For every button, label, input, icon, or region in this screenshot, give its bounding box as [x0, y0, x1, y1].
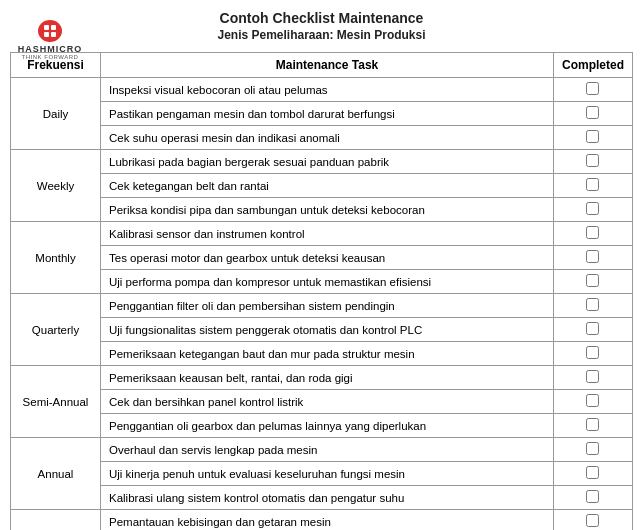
task-cell: Cek suhu operasi mesin dan indikasi anom…: [101, 126, 554, 150]
task-cell: Tes operasi motor dan gearbox untuk dete…: [101, 246, 554, 270]
task-checkbox[interactable]: [586, 130, 599, 143]
table-row: Cek suhu operasi mesin dan indikasi anom…: [11, 126, 633, 150]
check-cell[interactable]: [553, 510, 632, 531]
table-header-row: Frekuensi Maintenance Task Completed: [11, 53, 633, 78]
task-cell: Uji performa pompa dan kompresor untuk m…: [101, 270, 554, 294]
task-cell: Cek ketegangan belt dan rantai: [101, 174, 554, 198]
check-cell[interactable]: [553, 270, 632, 294]
task-checkbox[interactable]: [586, 154, 599, 167]
table-row: MonthlyKalibrasi sensor dan instrumen ko…: [11, 222, 633, 246]
check-cell[interactable]: [553, 342, 632, 366]
freq-cell: On Going: [11, 510, 101, 531]
task-checkbox[interactable]: [586, 514, 599, 527]
table-row: Cek ketegangan belt dan rantai: [11, 174, 633, 198]
task-checkbox[interactable]: [586, 490, 599, 503]
check-cell[interactable]: [553, 198, 632, 222]
page-title: Contoh Checklist Maintenance: [220, 10, 424, 26]
check-cell[interactable]: [553, 222, 632, 246]
subtitle-prefix: Jenis Pemeliharaan:: [217, 28, 333, 42]
table-row: Pemeriksaan ketegangan baut dan mur pada…: [11, 342, 633, 366]
task-checkbox[interactable]: [586, 394, 599, 407]
table-row: Tes operasi motor dan gearbox untuk dete…: [11, 246, 633, 270]
check-cell[interactable]: [553, 390, 632, 414]
task-cell: Pemeriksaan ketegangan baut dan mur pada…: [101, 342, 554, 366]
check-cell[interactable]: [553, 150, 632, 174]
table-row: DailyInspeksi visual kebocoran oli atau …: [11, 78, 633, 102]
logo-tagline: THINK FORWARD: [22, 54, 79, 60]
task-cell: Uji fungsionalitas sistem penggerak otom…: [101, 318, 554, 342]
freq-cell: Weekly: [11, 150, 101, 222]
freq-cell: Monthly: [11, 222, 101, 294]
check-cell[interactable]: [553, 366, 632, 390]
task-checkbox[interactable]: [586, 274, 599, 287]
col-header-completed: Completed: [553, 53, 632, 78]
task-checkbox[interactable]: [586, 346, 599, 359]
subtitle-value: Mesin Produksi: [337, 28, 426, 42]
task-checkbox[interactable]: [586, 202, 599, 215]
task-checkbox[interactable]: [586, 82, 599, 95]
page-subtitle: Jenis Pemeliharaan: Mesin Produksi: [10, 28, 633, 42]
task-checkbox[interactable]: [586, 418, 599, 431]
task-checkbox[interactable]: [586, 466, 599, 479]
task-checkbox[interactable]: [586, 370, 599, 383]
table-row: Penggantian oli gearbox dan pelumas lain…: [11, 414, 633, 438]
table-row: Uji kinerja penuh untuk evaluasi keselur…: [11, 462, 633, 486]
svg-rect-2: [44, 32, 49, 37]
task-cell: Pastikan pengaman mesin dan tombol darur…: [101, 102, 554, 126]
freq-cell: Semi-Annual: [11, 366, 101, 438]
logo-icon: [38, 20, 62, 42]
table-row: On GoingPemantauan kebisingan dan getara…: [11, 510, 633, 531]
check-cell[interactable]: [553, 462, 632, 486]
table-row: Cek dan bersihkan panel kontrol listrik: [11, 390, 633, 414]
table-row: Uji performa pompa dan kompresor untuk m…: [11, 270, 633, 294]
table-row: Pastikan pengaman mesin dan tombol darur…: [11, 102, 633, 126]
task-cell: Kalibrasi sensor dan instrumen kontrol: [101, 222, 554, 246]
freq-cell: Annual: [11, 438, 101, 510]
check-cell[interactable]: [553, 246, 632, 270]
table-row: Semi-AnnualPemeriksaan keausan belt, ran…: [11, 366, 633, 390]
table-row: Kalibrasi ulang sistem kontrol otomatis …: [11, 486, 633, 510]
task-cell: Cek dan bersihkan panel kontrol listrik: [101, 390, 554, 414]
svg-rect-3: [51, 32, 56, 37]
check-cell[interactable]: [553, 174, 632, 198]
check-cell[interactable]: [553, 78, 632, 102]
header-wrapper: HASHMICRO THINK FORWARD Contoh Checklist…: [10, 10, 633, 42]
col-header-task: Maintenance Task: [101, 53, 554, 78]
freq-cell: Quarterly: [11, 294, 101, 366]
task-cell: Inspeksi visual kebocoran oli atau pelum…: [101, 78, 554, 102]
task-cell: Penggantian filter oli dan pembersihan s…: [101, 294, 554, 318]
task-checkbox[interactable]: [586, 250, 599, 263]
table-row: Periksa kondisi pipa dan sambungan untuk…: [11, 198, 633, 222]
task-cell: Lubrikasi pada bagian bergerak sesuai pa…: [101, 150, 554, 174]
table-row: AnnualOverhaul dan servis lengkap pada m…: [11, 438, 633, 462]
task-cell: Pemantauan kebisingan dan getaran mesin: [101, 510, 554, 531]
task-checkbox[interactable]: [586, 442, 599, 455]
task-checkbox[interactable]: [586, 298, 599, 311]
maintenance-table: Frekuensi Maintenance Task Completed Dai…: [10, 52, 633, 530]
check-cell[interactable]: [553, 414, 632, 438]
svg-rect-0: [44, 25, 49, 30]
check-cell[interactable]: [553, 294, 632, 318]
freq-cell: Daily: [11, 78, 101, 150]
table-row: Uji fungsionalitas sistem penggerak otom…: [11, 318, 633, 342]
logo: HASHMICRO THINK FORWARD: [20, 20, 80, 60]
task-cell: Periksa kondisi pipa dan sambungan untuk…: [101, 198, 554, 222]
logo-brand: HASHMICRO: [18, 44, 83, 54]
check-cell[interactable]: [553, 318, 632, 342]
task-cell: Pemeriksaan keausan belt, rantai, dan ro…: [101, 366, 554, 390]
task-cell: Kalibrasi ulang sistem kontrol otomatis …: [101, 486, 554, 510]
check-cell[interactable]: [553, 438, 632, 462]
check-cell[interactable]: [553, 126, 632, 150]
page-header: Contoh Checklist Maintenance Jenis Pemel…: [10, 10, 633, 42]
task-cell: Overhaul dan servis lengkap pada mesin: [101, 438, 554, 462]
task-checkbox[interactable]: [586, 178, 599, 191]
task-checkbox[interactable]: [586, 226, 599, 239]
task-cell: Uji kinerja penuh untuk evaluasi keselur…: [101, 462, 554, 486]
task-checkbox[interactable]: [586, 322, 599, 335]
task-cell: Penggantian oli gearbox dan pelumas lain…: [101, 414, 554, 438]
table-row: WeeklyLubrikasi pada bagian bergerak ses…: [11, 150, 633, 174]
task-checkbox[interactable]: [586, 106, 599, 119]
table-row: QuarterlyPenggantian filter oli dan pemb…: [11, 294, 633, 318]
check-cell[interactable]: [553, 486, 632, 510]
check-cell[interactable]: [553, 102, 632, 126]
